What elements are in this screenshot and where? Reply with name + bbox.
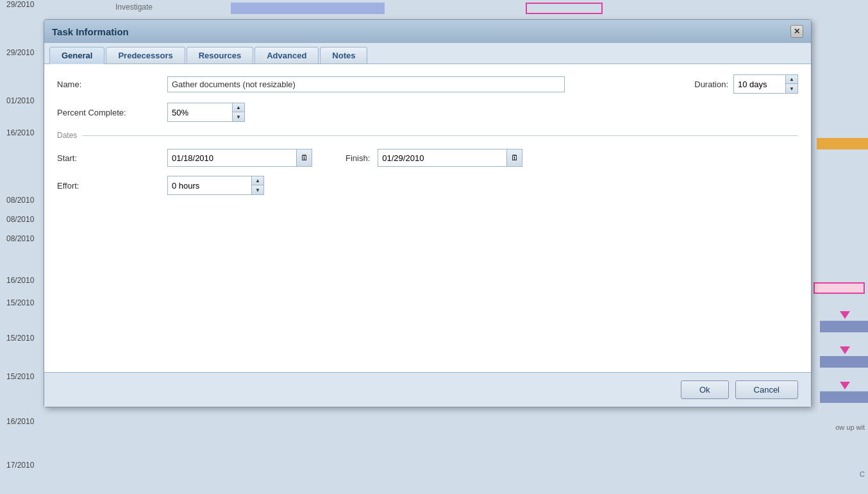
duration-input[interactable] <box>734 77 785 92</box>
gantt-row-label: 08/2010 <box>6 215 34 224</box>
gantt-row-label: 08/2010 <box>6 234 34 243</box>
dialog-body: Name: Duration: ▲ ▼ Percent Complete: ▲ <box>44 64 811 372</box>
divider-line <box>82 135 798 136</box>
finish-group: Finish: 🗓 <box>346 149 522 167</box>
percent-spin-down[interactable]: ▼ <box>233 112 244 121</box>
gantt-bar-outline <box>526 3 603 14</box>
gantt-row-label: 01/2010 <box>6 96 34 105</box>
gantt-row-label: 08/2010 <box>6 196 34 205</box>
duration-input-wrap: ▲ ▼ <box>733 74 798 94</box>
gantt-row-label: 15/2010 <box>6 298 34 307</box>
gantt-row-label: 29/2010 <box>6 48 34 57</box>
percent-label: Percent Complete: <box>57 108 160 117</box>
tab-resources[interactable]: Resources <box>187 47 253 64</box>
name-label: Name: <box>57 80 160 89</box>
gantt-row-label: 16/2010 <box>6 128 34 137</box>
gantt-row-label: 15/2010 <box>6 334 34 343</box>
gantt-task-label: ow up wit <box>835 423 865 431</box>
effort-input[interactable] <box>168 178 251 193</box>
effort-row: Effort: ▲ ▼ <box>57 176 798 195</box>
gantt-arrow <box>840 346 850 354</box>
calendar-icon: 🗓 <box>301 153 308 162</box>
gantt-row-label: 17/2010 <box>6 461 34 470</box>
start-date-input[interactable] <box>168 151 296 166</box>
tab-general[interactable]: General <box>49 47 104 64</box>
percent-row: Percent Complete: ▲ ▼ <box>57 103 798 122</box>
effort-spin-up[interactable]: ▲ <box>252 176 263 185</box>
finish-calendar-button[interactable]: 🗓 <box>506 149 522 166</box>
percent-input-wrap: ▲ ▼ <box>167 103 245 122</box>
duration-label: Duration: <box>694 80 728 89</box>
gantt-bar-orange <box>817 138 868 149</box>
cancel-button[interactable]: Cancel <box>735 380 798 399</box>
date-row: Start: 🗓 Finish: 🗓 <box>57 149 798 167</box>
gantt-row-label: 15/2010 <box>6 372 34 381</box>
tab-bar: General Predecessors Resources Advanced … <box>44 43 811 64</box>
gantt-task-label: C <box>860 470 865 478</box>
tab-notes[interactable]: Notes <box>320 47 367 64</box>
gantt-bar-purple <box>820 321 868 332</box>
gantt-task-label: Investigate <box>115 3 153 12</box>
calendar-icon: 🗓 <box>511 153 519 162</box>
task-information-dialog: Task Information ✕ General Predecessors … <box>44 19 812 407</box>
name-input[interactable] <box>167 76 565 92</box>
dialog-footer: Ok Cancel <box>44 372 811 407</box>
gantt-bar-purple <box>820 391 868 403</box>
effort-label: Effort: <box>57 181 160 191</box>
effort-spinner: ▲ ▼ <box>251 176 263 194</box>
gantt-bar-pink <box>814 282 865 294</box>
duration-spinner: ▲ ▼ <box>785 75 797 93</box>
start-calendar-button[interactable]: 🗓 <box>296 149 312 166</box>
start-date-wrap: 🗓 <box>167 149 312 167</box>
percent-input[interactable] <box>168 105 232 120</box>
duration-spin-down[interactable]: ▼ <box>786 84 797 93</box>
percent-spinner: ▲ ▼ <box>232 103 244 121</box>
finish-date-wrap: 🗓 <box>378 149 522 167</box>
duration-spin-up[interactable]: ▲ <box>786 75 797 84</box>
dates-section-label: Dates <box>57 131 77 140</box>
tab-advanced[interactable]: Advanced <box>255 47 319 64</box>
gantt-row-label: 16/2010 <box>6 276 34 285</box>
gantt-bar-purple <box>820 356 868 368</box>
start-label: Start: <box>57 153 160 163</box>
dates-section-divider: Dates <box>57 131 798 140</box>
dialog-title: Task Information <box>52 26 129 37</box>
gantt-row-label: 16/2010 <box>6 417 34 426</box>
gantt-arrow <box>840 311 850 319</box>
effort-spin-down[interactable]: ▼ <box>252 185 263 194</box>
duration-group: Duration: ▲ ▼ <box>694 74 798 94</box>
finish-label: Finish: <box>346 153 370 163</box>
finish-date-input[interactable] <box>378 151 506 166</box>
dialog-titlebar: Task Information ✕ <box>44 20 811 43</box>
gantt-arrow <box>840 382 850 389</box>
effort-input-wrap: ▲ ▼ <box>167 176 264 195</box>
percent-spin-up[interactable]: ▲ <box>233 103 244 112</box>
ok-button[interactable]: Ok <box>681 380 729 399</box>
tab-predecessors[interactable]: Predecessors <box>106 47 185 64</box>
gantt-bar <box>231 3 385 14</box>
name-row: Name: Duration: ▲ ▼ <box>57 74 798 94</box>
close-button[interactable]: ✕ <box>790 25 803 38</box>
gantt-row-label: 29/2010 <box>6 0 34 9</box>
